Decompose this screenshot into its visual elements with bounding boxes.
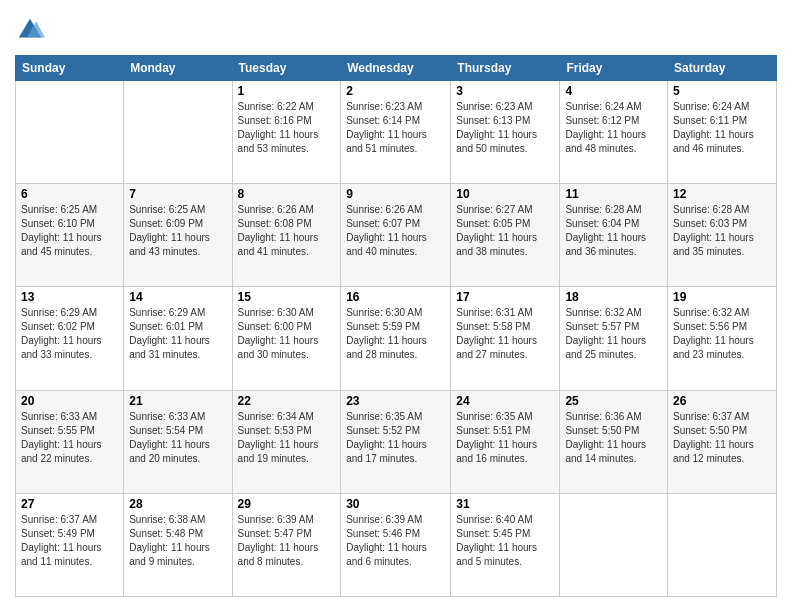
day-info: Sunrise: 6:38 AM Sunset: 5:48 PM Dayligh… <box>129 513 226 569</box>
day-info: Sunrise: 6:40 AM Sunset: 5:45 PM Dayligh… <box>456 513 554 569</box>
day-number: 14 <box>129 290 226 304</box>
calendar-cell: 15Sunrise: 6:30 AM Sunset: 6:00 PM Dayli… <box>232 287 341 390</box>
day-number: 10 <box>456 187 554 201</box>
calendar-cell: 28Sunrise: 6:38 AM Sunset: 5:48 PM Dayli… <box>124 493 232 596</box>
logo-icon <box>15 15 45 45</box>
day-info: Sunrise: 6:35 AM Sunset: 5:52 PM Dayligh… <box>346 410 445 466</box>
calendar-cell <box>668 493 777 596</box>
day-info: Sunrise: 6:32 AM Sunset: 5:57 PM Dayligh… <box>565 306 662 362</box>
day-number: 3 <box>456 84 554 98</box>
day-info: Sunrise: 6:37 AM Sunset: 5:50 PM Dayligh… <box>673 410 771 466</box>
calendar-cell: 10Sunrise: 6:27 AM Sunset: 6:05 PM Dayli… <box>451 184 560 287</box>
day-info: Sunrise: 6:37 AM Sunset: 5:49 PM Dayligh… <box>21 513 118 569</box>
calendar-cell: 20Sunrise: 6:33 AM Sunset: 5:55 PM Dayli… <box>16 390 124 493</box>
day-number: 16 <box>346 290 445 304</box>
calendar-cell: 27Sunrise: 6:37 AM Sunset: 5:49 PM Dayli… <box>16 493 124 596</box>
day-info: Sunrise: 6:29 AM Sunset: 6:01 PM Dayligh… <box>129 306 226 362</box>
day-info: Sunrise: 6:30 AM Sunset: 5:59 PM Dayligh… <box>346 306 445 362</box>
day-info: Sunrise: 6:23 AM Sunset: 6:14 PM Dayligh… <box>346 100 445 156</box>
day-info: Sunrise: 6:32 AM Sunset: 5:56 PM Dayligh… <box>673 306 771 362</box>
day-info: Sunrise: 6:26 AM Sunset: 6:08 PM Dayligh… <box>238 203 336 259</box>
day-number: 5 <box>673 84 771 98</box>
week-row-2: 6Sunrise: 6:25 AM Sunset: 6:10 PM Daylig… <box>16 184 777 287</box>
header <box>15 15 777 45</box>
calendar-cell: 1Sunrise: 6:22 AM Sunset: 6:16 PM Daylig… <box>232 81 341 184</box>
day-number: 30 <box>346 497 445 511</box>
logo <box>15 15 50 45</box>
calendar-cell: 3Sunrise: 6:23 AM Sunset: 6:13 PM Daylig… <box>451 81 560 184</box>
calendar-cell: 14Sunrise: 6:29 AM Sunset: 6:01 PM Dayli… <box>124 287 232 390</box>
day-number: 6 <box>21 187 118 201</box>
weekday-header-row: SundayMondayTuesdayWednesdayThursdayFrid… <box>16 56 777 81</box>
calendar-cell: 30Sunrise: 6:39 AM Sunset: 5:46 PM Dayli… <box>341 493 451 596</box>
calendar-cell: 21Sunrise: 6:33 AM Sunset: 5:54 PM Dayli… <box>124 390 232 493</box>
weekday-header-thursday: Thursday <box>451 56 560 81</box>
calendar-cell: 5Sunrise: 6:24 AM Sunset: 6:11 PM Daylig… <box>668 81 777 184</box>
day-info: Sunrise: 6:26 AM Sunset: 6:07 PM Dayligh… <box>346 203 445 259</box>
day-number: 23 <box>346 394 445 408</box>
calendar-cell: 18Sunrise: 6:32 AM Sunset: 5:57 PM Dayli… <box>560 287 668 390</box>
calendar-cell: 13Sunrise: 6:29 AM Sunset: 6:02 PM Dayli… <box>16 287 124 390</box>
day-number: 7 <box>129 187 226 201</box>
day-info: Sunrise: 6:25 AM Sunset: 6:10 PM Dayligh… <box>21 203 118 259</box>
day-number: 4 <box>565 84 662 98</box>
day-number: 26 <box>673 394 771 408</box>
day-number: 24 <box>456 394 554 408</box>
calendar-cell <box>16 81 124 184</box>
calendar-table: SundayMondayTuesdayWednesdayThursdayFrid… <box>15 55 777 597</box>
day-info: Sunrise: 6:24 AM Sunset: 6:12 PM Dayligh… <box>565 100 662 156</box>
day-info: Sunrise: 6:24 AM Sunset: 6:11 PM Dayligh… <box>673 100 771 156</box>
weekday-header-wednesday: Wednesday <box>341 56 451 81</box>
calendar-cell: 12Sunrise: 6:28 AM Sunset: 6:03 PM Dayli… <box>668 184 777 287</box>
week-row-3: 13Sunrise: 6:29 AM Sunset: 6:02 PM Dayli… <box>16 287 777 390</box>
calendar-cell: 25Sunrise: 6:36 AM Sunset: 5:50 PM Dayli… <box>560 390 668 493</box>
day-info: Sunrise: 6:35 AM Sunset: 5:51 PM Dayligh… <box>456 410 554 466</box>
day-number: 21 <box>129 394 226 408</box>
day-number: 8 <box>238 187 336 201</box>
day-info: Sunrise: 6:28 AM Sunset: 6:03 PM Dayligh… <box>673 203 771 259</box>
day-number: 11 <box>565 187 662 201</box>
weekday-header-saturday: Saturday <box>668 56 777 81</box>
day-number: 29 <box>238 497 336 511</box>
day-info: Sunrise: 6:30 AM Sunset: 6:00 PM Dayligh… <box>238 306 336 362</box>
day-number: 13 <box>21 290 118 304</box>
calendar-cell: 11Sunrise: 6:28 AM Sunset: 6:04 PM Dayli… <box>560 184 668 287</box>
day-number: 1 <box>238 84 336 98</box>
weekday-header-monday: Monday <box>124 56 232 81</box>
day-number: 28 <box>129 497 226 511</box>
day-number: 25 <box>565 394 662 408</box>
day-number: 17 <box>456 290 554 304</box>
calendar-cell <box>124 81 232 184</box>
calendar-cell: 9Sunrise: 6:26 AM Sunset: 6:07 PM Daylig… <box>341 184 451 287</box>
week-row-1: 1Sunrise: 6:22 AM Sunset: 6:16 PM Daylig… <box>16 81 777 184</box>
calendar-cell: 24Sunrise: 6:35 AM Sunset: 5:51 PM Dayli… <box>451 390 560 493</box>
day-number: 12 <box>673 187 771 201</box>
calendar-cell: 29Sunrise: 6:39 AM Sunset: 5:47 PM Dayli… <box>232 493 341 596</box>
calendar-cell: 31Sunrise: 6:40 AM Sunset: 5:45 PM Dayli… <box>451 493 560 596</box>
day-info: Sunrise: 6:28 AM Sunset: 6:04 PM Dayligh… <box>565 203 662 259</box>
day-info: Sunrise: 6:27 AM Sunset: 6:05 PM Dayligh… <box>456 203 554 259</box>
day-info: Sunrise: 6:25 AM Sunset: 6:09 PM Dayligh… <box>129 203 226 259</box>
calendar-cell: 7Sunrise: 6:25 AM Sunset: 6:09 PM Daylig… <box>124 184 232 287</box>
day-number: 27 <box>21 497 118 511</box>
day-info: Sunrise: 6:34 AM Sunset: 5:53 PM Dayligh… <box>238 410 336 466</box>
day-info: Sunrise: 6:39 AM Sunset: 5:46 PM Dayligh… <box>346 513 445 569</box>
day-info: Sunrise: 6:36 AM Sunset: 5:50 PM Dayligh… <box>565 410 662 466</box>
calendar-cell: 4Sunrise: 6:24 AM Sunset: 6:12 PM Daylig… <box>560 81 668 184</box>
day-info: Sunrise: 6:33 AM Sunset: 5:54 PM Dayligh… <box>129 410 226 466</box>
weekday-header-tuesday: Tuesday <box>232 56 341 81</box>
day-info: Sunrise: 6:22 AM Sunset: 6:16 PM Dayligh… <box>238 100 336 156</box>
week-row-5: 27Sunrise: 6:37 AM Sunset: 5:49 PM Dayli… <box>16 493 777 596</box>
weekday-header-sunday: Sunday <box>16 56 124 81</box>
day-info: Sunrise: 6:23 AM Sunset: 6:13 PM Dayligh… <box>456 100 554 156</box>
weekday-header-friday: Friday <box>560 56 668 81</box>
day-number: 18 <box>565 290 662 304</box>
day-number: 22 <box>238 394 336 408</box>
calendar-cell: 6Sunrise: 6:25 AM Sunset: 6:10 PM Daylig… <box>16 184 124 287</box>
calendar-cell: 22Sunrise: 6:34 AM Sunset: 5:53 PM Dayli… <box>232 390 341 493</box>
calendar-cell: 23Sunrise: 6:35 AM Sunset: 5:52 PM Dayli… <box>341 390 451 493</box>
calendar-cell: 19Sunrise: 6:32 AM Sunset: 5:56 PM Dayli… <box>668 287 777 390</box>
day-number: 20 <box>21 394 118 408</box>
week-row-4: 20Sunrise: 6:33 AM Sunset: 5:55 PM Dayli… <box>16 390 777 493</box>
day-number: 19 <box>673 290 771 304</box>
